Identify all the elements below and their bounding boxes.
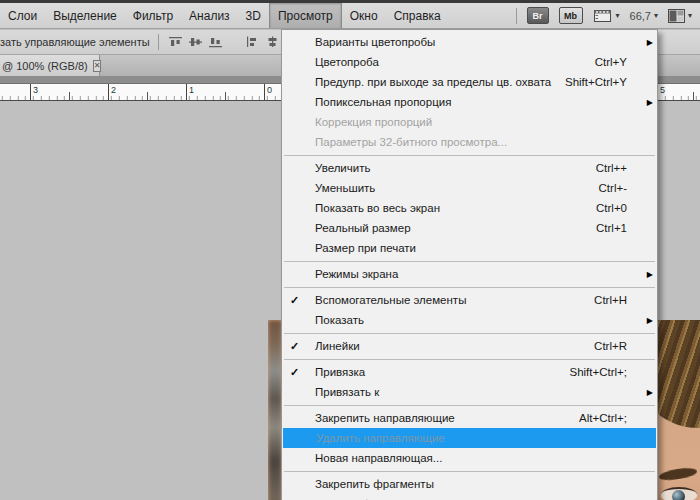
menu-item-lock-guides[interactable]: Закрепить направляющие Alt+Ctrl+;: [282, 408, 657, 428]
view-extras-button[interactable]: ▾: [593, 8, 620, 23]
menu-item-clear-slices: Удалить фрагменты: [282, 494, 657, 500]
menu-item-zoom-out[interactable]: Уменьшить Ctrl+-: [282, 178, 657, 198]
menu-item-clear-guides[interactable]: Удалить направляющие: [283, 428, 656, 448]
document-tab[interactable]: @ 100% (RGB/8) ✕: [0, 55, 100, 76]
align-top-edges-icon[interactable]: [168, 35, 183, 49]
menu-item-aspect-correction: Коррекция пропорций: [282, 112, 657, 132]
submenu-arrow-icon: ▶: [641, 98, 653, 107]
chevron-down-icon: ▾: [654, 11, 658, 20]
menu-item-print-size[interactable]: Размер при печати: [282, 238, 657, 258]
eyebrow-region: [658, 466, 697, 482]
menu-item-snap[interactable]: ✓ Привязка Shift+Ctrl+;: [282, 362, 657, 382]
submenu-arrow-icon: ▶: [641, 316, 653, 325]
view-menu-dropdown: Варианты цветопробы ▶ Цветопроба Ctrl+Y …: [281, 29, 658, 500]
menubar-item-select[interactable]: Выделение: [45, 3, 125, 28]
arrange-documents-icon: [668, 9, 685, 23]
menu-item-actual-pixels[interactable]: Реальный размер Ctrl+1: [282, 218, 657, 238]
menu-item-show[interactable]: Показать ▶: [282, 310, 657, 330]
menu-item-proof-colors[interactable]: Цветопроба Ctrl+Y: [282, 52, 657, 72]
menubar-item-layers[interactable]: Слои: [0, 3, 45, 28]
menubar-item-window[interactable]: Окно: [342, 3, 386, 28]
document-tab-title: @ 100% (RGB/8): [2, 60, 88, 72]
ruler-label: 3: [33, 85, 38, 95]
divider: [516, 8, 517, 24]
menu-item-zoom-in[interactable]: Увеличить Ctrl++: [282, 158, 657, 178]
checkmark-icon: ✓: [282, 294, 307, 307]
view-extras-icon: [593, 8, 613, 23]
menu-item-snap-to[interactable]: Привязать к ▶: [282, 382, 657, 402]
application-bar: Br Mb ▾ 66,7 ▾: [516, 3, 700, 28]
align-buttons-group: [168, 35, 300, 49]
eye-region: [661, 487, 697, 500]
menu-separator: [284, 471, 655, 472]
bridge-button[interactable]: Br: [527, 7, 549, 24]
zoom-level-dropdown[interactable]: 66,7 ▾: [630, 10, 658, 22]
blurred-image-sliver: [268, 320, 282, 500]
submenu-arrow-icon: ▶: [641, 270, 653, 279]
menu-item-pixel-aspect-ratio[interactable]: Попиксельная пропорция ▶: [282, 92, 657, 112]
menu-item-lock-slices[interactable]: Закрепить фрагменты: [282, 474, 657, 494]
menubar-item-analysis[interactable]: Анализ: [181, 3, 238, 28]
zoom-level-value: 66,7: [630, 10, 651, 22]
menu-item-rulers[interactable]: ✓ Линейки Ctrl+R: [282, 336, 657, 356]
align-vertical-centers-icon[interactable]: [188, 35, 203, 49]
menu-item-fit-on-screen[interactable]: Показать во весь экран Ctrl+0: [282, 198, 657, 218]
minibridge-button[interactable]: Mb: [559, 7, 583, 24]
menubar-spacer: [449, 3, 516, 28]
ruler-label: 5: [660, 85, 665, 95]
iris-region: [672, 490, 685, 500]
ruler-label: 1: [189, 85, 194, 95]
menu-separator: [284, 405, 655, 406]
distribute-horizontal-centers-icon[interactable]: [265, 35, 280, 49]
submenu-arrow-icon: ▶: [641, 38, 653, 47]
menu-separator: [284, 359, 655, 360]
menubar-item-filter[interactable]: Фильтр: [125, 3, 181, 28]
distribute-left-edges-icon[interactable]: [245, 35, 260, 49]
arrange-documents-button[interactable]: ▾: [668, 9, 692, 23]
menu-item-proof-setup[interactable]: Варианты цветопробы ▶: [282, 32, 657, 52]
menubar-item-help[interactable]: Справка: [386, 3, 449, 28]
menu-item-gamut-warning[interactable]: Предупр. при выходе за пределы цв. охват…: [282, 72, 657, 92]
ruler-label: 2: [111, 85, 116, 95]
menubar-item-3d[interactable]: 3D: [238, 3, 269, 28]
submenu-arrow-icon: ▶: [641, 388, 653, 397]
menu-separator: [284, 261, 655, 262]
ruler-label: 0: [267, 85, 272, 95]
chevron-down-icon: ▾: [688, 11, 692, 20]
menu-bar: Слои Выделение Фильтр Анализ 3D Просмотр…: [0, 3, 700, 29]
checkmark-icon: ✓: [282, 340, 307, 353]
menubar-item-view[interactable]: Просмотр: [269, 3, 342, 28]
menu-item-screen-modes[interactable]: Режимы экрана ▶: [282, 264, 657, 284]
menu-item-new-guide[interactable]: Новая направляющая...: [282, 448, 657, 468]
close-icon[interactable]: ✕: [93, 60, 102, 72]
menu-item-extras[interactable]: ✓ Вспомогательные элементы Ctrl+H: [282, 290, 657, 310]
chevron-down-icon: ▾: [616, 11, 620, 20]
menu-separator: [284, 155, 655, 156]
menu-separator: [284, 333, 655, 334]
checkmark-icon: ✓: [282, 366, 307, 379]
align-bottom-edges-icon[interactable]: [208, 35, 223, 49]
menu-item-32bit-options: Параметры 32-битного просмотра...: [282, 132, 657, 152]
divider: [158, 34, 159, 50]
show-transform-controls-label: зать управляющие элементы: [0, 36, 150, 48]
menu-separator: [284, 287, 655, 288]
